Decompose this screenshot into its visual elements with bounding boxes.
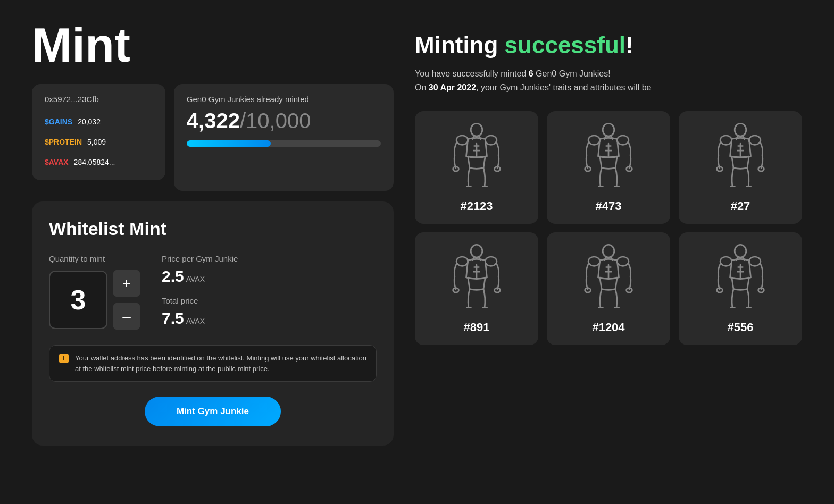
info-notice: i Your wallet address has been identifie… [49, 345, 377, 382]
nft-number: #473 [596, 199, 622, 213]
svg-point-35 [453, 288, 459, 293]
svg-point-14 [617, 136, 629, 145]
svg-point-34 [485, 257, 497, 266]
nft-figure [445, 122, 508, 191]
total-number: 7.5 [162, 309, 184, 327]
gains-value: 20,032 [78, 117, 101, 126]
mint-controls-row: Quantity to mint 3 + – Price per Gym Jun… [49, 254, 377, 330]
svg-point-16 [627, 167, 632, 172]
protein-row: $PROTEIN 5,009 [45, 138, 153, 146]
quantity-display: 3 [49, 271, 107, 329]
svg-point-4 [485, 136, 497, 145]
gains-row: $GAINS 20,032 [45, 117, 153, 126]
gains-label: $GAINS [45, 117, 72, 126]
nft-card: #2123 [415, 111, 538, 224]
svg-point-10 [603, 123, 614, 136]
whitelist-title: Whitelist Mint [49, 219, 377, 239]
minted-current: 4,322 [187, 109, 240, 132]
price-unit: AVAX [186, 275, 205, 283]
svg-point-55 [717, 288, 723, 293]
wallet-card: 0x5972...23Cfb $GAINS 20,032 $PROTEIN 5,… [32, 84, 165, 180]
nft-card: #473 [547, 111, 670, 224]
total-unit: AVAX [186, 317, 205, 325]
savax-label: $AVAX [45, 158, 69, 166]
desc-line2-prefix: On [415, 83, 429, 92]
nft-figure [445, 243, 508, 312]
minted-progress-card: Gen0 Gym Junkies already minted 4,322/10… [174, 84, 394, 191]
nft-number: #556 [728, 321, 754, 334]
svg-point-0 [471, 123, 482, 136]
nft-number: #1204 [592, 321, 624, 334]
svg-point-40 [603, 245, 614, 257]
svg-point-5 [453, 167, 459, 172]
price-label: Price per Gym Junkie [162, 254, 238, 263]
nft-number: #2123 [460, 199, 493, 213]
nft-card: #1204 [547, 232, 670, 345]
minted-count: 4,322/10,000 [187, 109, 381, 133]
quantity-decrease-button[interactable]: – [113, 303, 140, 330]
svg-point-6 [495, 167, 501, 172]
page-title: Mint [32, 21, 394, 69]
svg-point-23 [720, 136, 732, 145]
price-section: Price per Gym Junkie 2.5AVAX Total price… [162, 254, 238, 327]
svg-point-56 [758, 288, 764, 293]
price-value: 2.5AVAX [162, 267, 238, 285]
svg-point-33 [456, 257, 468, 266]
quantity-controls: 3 + – [49, 270, 140, 330]
svg-point-43 [588, 257, 600, 266]
svg-point-13 [588, 136, 600, 145]
nft-card: #891 [415, 232, 538, 345]
svg-point-36 [495, 288, 501, 293]
nft-figure [708, 122, 772, 191]
svg-point-54 [749, 257, 761, 266]
minting-success-title: Minting successful! [415, 32, 802, 58]
info-icon: i [59, 354, 69, 363]
svg-point-24 [749, 136, 761, 145]
nft-card: #556 [679, 232, 802, 345]
progress-bar-container [187, 140, 381, 147]
svg-point-25 [717, 167, 723, 172]
nft-figure [577, 122, 640, 191]
nft-figure [708, 243, 772, 312]
svg-point-46 [627, 288, 632, 293]
total-label: Total price [162, 296, 238, 305]
minted-label: Gen0 Gym Junkies already minted [187, 95, 381, 104]
minted-separator: / [240, 109, 246, 132]
nft-number: #27 [731, 199, 750, 213]
mint-gym-junkie-button[interactable]: Mint Gym Junkie [145, 397, 281, 426]
desc-line1-suffix: Gen0 Gym Junkies! [533, 69, 611, 78]
quantity-section: Quantity to mint 3 + – [49, 254, 140, 330]
total-price-block: Total price 7.5AVAX [162, 296, 238, 327]
success-title-prefix: Minting [415, 32, 505, 58]
success-title-highlight: successful [505, 32, 626, 58]
quantity-label: Quantity to mint [49, 254, 140, 263]
quantity-increase-button[interactable]: + [113, 270, 140, 297]
desc-date: 30 Apr 2022 [429, 83, 476, 92]
success-description: You have successfully minted 6 Gen0 Gym … [415, 67, 802, 94]
savax-value: 284.05824... [74, 158, 115, 166]
minted-total: 10,000 [246, 109, 311, 132]
notice-text: Your wallet address has been identified … [75, 353, 366, 374]
total-value: 7.5AVAX [162, 309, 238, 327]
svg-point-15 [585, 167, 591, 172]
left-panel: Mint 0x5972...23Cfb $GAINS 20,032 $PROTE… [32, 21, 394, 446]
svg-point-45 [585, 288, 591, 293]
svg-point-44 [617, 257, 629, 266]
svg-point-26 [758, 167, 764, 172]
desc-quantity: 6 [529, 69, 533, 78]
svg-point-30 [471, 245, 482, 257]
qty-btn-group: + – [113, 270, 140, 330]
protein-value: 5,009 [87, 138, 106, 146]
nft-grid: #2123 [415, 111, 802, 345]
nft-number: #891 [464, 321, 490, 334]
price-number: 2.5 [162, 267, 184, 285]
wallet-address: 0x5972...23Cfb [45, 95, 153, 104]
right-panel: Minting successful! You have successfull… [415, 21, 802, 446]
protein-label: $PROTEIN [45, 138, 82, 146]
progress-bar-fill [187, 140, 271, 147]
svg-point-50 [735, 245, 746, 257]
whitelist-mint-card: Whitelist Mint Quantity to mint 3 + – [32, 201, 394, 446]
svg-point-53 [720, 257, 732, 266]
desc-line1-prefix: You have successfully minted [415, 69, 529, 78]
price-per-junkie-block: Price per Gym Junkie 2.5AVAX [162, 254, 238, 285]
